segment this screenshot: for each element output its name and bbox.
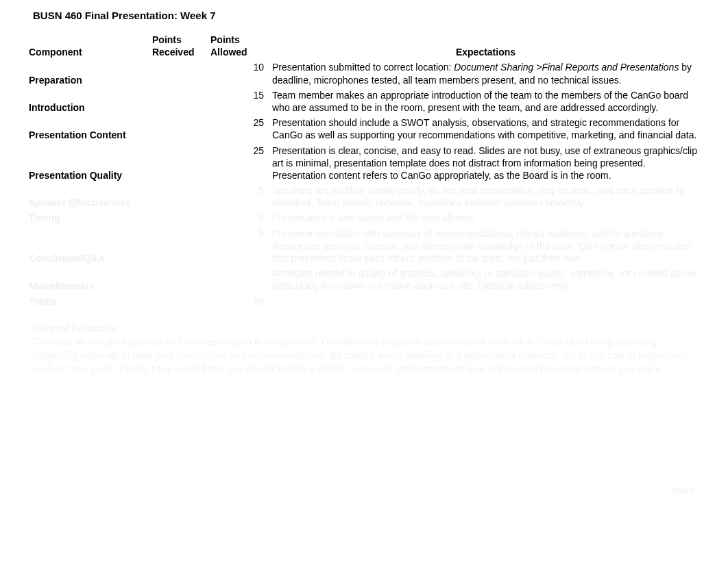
expectations-cell: Presenter concludes with summary of reco… xyxy=(268,226,703,266)
component-label: Presentation Content xyxy=(25,115,148,142)
points-received-cell xyxy=(148,60,206,87)
header-row: Component Points Received Points Allowed… xyxy=(25,32,703,60)
table-row: Introduction 15 Team member makes an app… xyxy=(25,88,703,115)
points-received-cell xyxy=(148,294,206,309)
table-row: Presentation Content 25 Presentation sho… xyxy=(25,115,703,142)
rubric-table-container: Component Points Received Points Allowed… xyxy=(25,32,703,309)
feedback-heading: General Feedback: xyxy=(33,323,703,336)
expectations-cell xyxy=(268,294,703,309)
component-label: Totals xyxy=(25,294,148,309)
table-row: Conclusion/Q&A 5 Presenter concludes wit… xyxy=(25,226,703,266)
points-allowed-cell: 5 xyxy=(206,210,268,225)
feedback-section: General Feedback: That was an excellent … xyxy=(33,323,703,376)
feedback-text: That was an excellent practice for final… xyxy=(33,336,703,376)
expectations-cell: Presentation is clear, concise, and easy… xyxy=(268,143,703,184)
expectations-cell: Presentation is well paced and fills tim… xyxy=(268,210,703,225)
header-points-allowed: Points Allowed xyxy=(206,32,268,60)
table-row: Preparation 10 Presentation submitted to… xyxy=(25,60,703,87)
table-row: Miscellaneous Attributes related to qual… xyxy=(25,266,703,293)
points-received-cell xyxy=(148,88,206,115)
component-label: Timing xyxy=(25,210,148,225)
points-allowed-cell xyxy=(206,266,268,293)
table-row: Presentation Quality 25 Presentation is … xyxy=(25,143,703,184)
expect-text: Presentation is clear, concise, and easy… xyxy=(272,145,697,181)
rubric-table: Component Points Received Points Allowed… xyxy=(25,32,703,309)
expectations-cell: Presentation should include a SWOT analy… xyxy=(268,115,703,142)
header-points-received: Points Received xyxy=(148,32,206,60)
expectations-cell: Attributes related to quality of graphic… xyxy=(268,266,703,293)
points-allowed-cell: 25 xyxy=(206,115,268,142)
points-allowed-cell: 15 xyxy=(206,88,268,115)
points-received-cell xyxy=(148,210,206,225)
component-label: Introduction xyxy=(25,88,148,115)
points-received-cell xyxy=(148,143,206,184)
expect-text: Presentation should include a SWOT analy… xyxy=(272,117,696,140)
component-label: Miscellaneous xyxy=(25,266,148,293)
table-row: Timing 5 Presentation is well paced and … xyxy=(25,210,703,225)
points-received-cell xyxy=(148,266,206,293)
component-label: Speaker Effectiveness xyxy=(25,183,148,210)
points-allowed-cell: 25 xyxy=(206,143,268,184)
more-label: More xyxy=(672,484,695,496)
expect-text: Team member makes an appropriate introdu… xyxy=(272,90,688,113)
table-row: Speaker Effectiveness 5 Speakers are aud… xyxy=(25,183,703,210)
points-allowed-cell: 10 xyxy=(206,60,268,87)
points-received-cell xyxy=(148,115,206,142)
points-allowed-cell: 5 xyxy=(206,183,268,210)
expectations-cell: Presentation submitted to correct locati… xyxy=(268,60,703,87)
header-expectations: Expectations xyxy=(268,32,703,60)
component-label: Presentation Quality xyxy=(25,143,148,184)
header-component: Component xyxy=(25,32,148,60)
table-row: Totals 90 xyxy=(25,294,703,309)
points-received-cell xyxy=(148,183,206,210)
component-label: Preparation xyxy=(25,60,148,87)
expect-text-italic: Document Sharing >Final Reports and Pres… xyxy=(454,62,679,73)
component-label: Conclusion/Q&A xyxy=(25,226,148,266)
page-title: BUSN 460 Final Presentation: Week 7 xyxy=(0,0,728,27)
points-allowed-cell: 90 xyxy=(206,294,268,309)
points-received-cell xyxy=(148,226,206,266)
expectations-cell: Team member makes an appropriate introdu… xyxy=(268,88,703,115)
expectations-cell: Speakers are audible, speak clearly, do … xyxy=(268,183,703,210)
points-allowed-cell: 5 xyxy=(206,226,268,266)
expect-text-pre: Presentation submitted to correct locati… xyxy=(272,62,454,73)
